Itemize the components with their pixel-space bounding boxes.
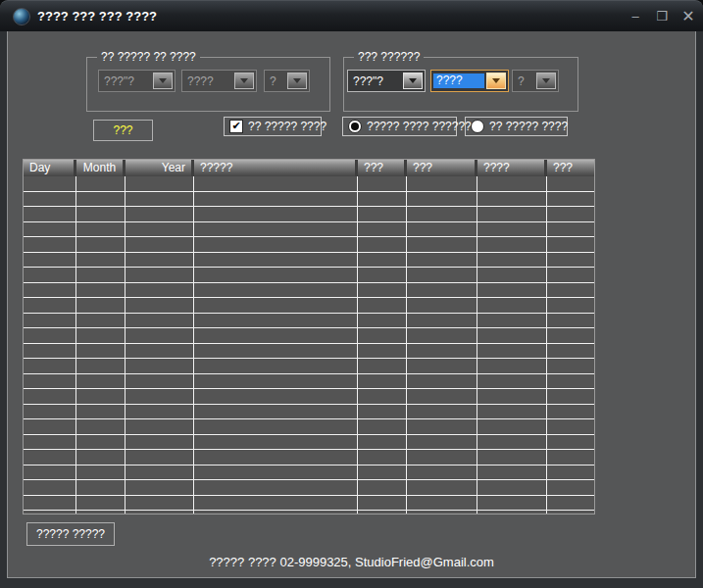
- table-row[interactable]: [24, 374, 594, 390]
- left-year-combobox[interactable]: ?: [264, 70, 310, 92]
- table-row[interactable]: [24, 283, 594, 299]
- window-title: ???? ??? ??? ????: [37, 1, 157, 32]
- minimize-button[interactable]: –: [624, 7, 647, 26]
- table-cell: [126, 207, 194, 221]
- table-cell: [126, 314, 194, 328]
- chevron-down-icon[interactable]: [287, 73, 307, 89]
- table-cell: [477, 419, 547, 434]
- table-row[interactable]: [24, 496, 594, 512]
- table-cell: [547, 389, 595, 404]
- table-cell: [477, 344, 547, 359]
- radio-selected-icon[interactable]: [348, 120, 362, 133]
- chevron-down-icon[interactable]: [536, 73, 556, 89]
- table-cell: [477, 283, 547, 298]
- table-row[interactable]: [24, 222, 594, 238]
- table-cell: [126, 480, 194, 495]
- table-cell: [126, 344, 194, 359]
- left-day-combobox[interactable]: ???"?: [98, 70, 176, 92]
- table-cell: [547, 466, 595, 480]
- table-row[interactable]: [24, 405, 594, 420]
- table-cell: [358, 344, 407, 359]
- table-cell: [358, 222, 407, 237]
- table-cell: [358, 237, 407, 252]
- maximize-button[interactable]: ❒: [650, 7, 674, 26]
- search-button[interactable]: ???: [93, 120, 153, 141]
- table-row[interactable]: [24, 389, 594, 405]
- table-cell: [24, 268, 76, 282]
- filter-checkbox[interactable]: ✔ ?? ????? ????: [224, 117, 322, 136]
- table-cell: [24, 359, 76, 373]
- table-cell: [477, 207, 547, 221]
- table-cell: [477, 253, 547, 268]
- radio-date-range[interactable]: ????? ???? ??????: [342, 117, 457, 136]
- table-cell: [194, 450, 358, 465]
- table-cell: [24, 344, 76, 359]
- right-month-combobox[interactable]: ????: [430, 70, 509, 92]
- chevron-down-icon[interactable]: [486, 73, 506, 89]
- radio-all[interactable]: ?? ????? ????: [465, 117, 568, 136]
- chevron-down-icon[interactable]: [234, 73, 254, 89]
- table-row[interactable]: [24, 237, 594, 253]
- table-row[interactable]: [24, 328, 594, 344]
- table-cell: [24, 328, 76, 343]
- column-header-3[interactable]: Year: [126, 160, 194, 176]
- table-cell: [547, 450, 595, 465]
- right-day-combobox[interactable]: ???"?: [347, 70, 426, 92]
- table-cell: [358, 176, 407, 191]
- checkbox-label: ?? ????? ????: [248, 120, 326, 133]
- column-header-4[interactable]: ?????: [194, 160, 358, 176]
- table-cell: [76, 359, 126, 373]
- column-header-6[interactable]: ???: [407, 160, 477, 176]
- column-header-5[interactable]: ???: [358, 160, 407, 176]
- table-cell: [126, 176, 194, 191]
- table-row[interactable]: [24, 466, 594, 481]
- table-row[interactable]: [24, 176, 594, 192]
- table-cell: [547, 359, 595, 373]
- table-row[interactable]: [24, 450, 594, 466]
- table-row[interactable]: [24, 511, 594, 514]
- column-header-1[interactable]: Day: [24, 160, 76, 176]
- table-row[interactable]: [24, 419, 594, 435]
- close-button[interactable]: ✕: [677, 7, 700, 26]
- table-cell: [547, 435, 595, 450]
- table-cell: [407, 405, 477, 419]
- table-row[interactable]: [24, 344, 594, 360]
- radio-unselected-icon[interactable]: [471, 120, 484, 133]
- table-cell: [194, 283, 358, 298]
- radio-label: ?? ????? ????: [489, 120, 568, 133]
- table-cell: [358, 511, 407, 514]
- table-row[interactable]: [24, 192, 594, 208]
- table-cell: [407, 450, 477, 465]
- table-row[interactable]: [24, 435, 594, 451]
- column-header-2[interactable]: Month: [76, 160, 126, 176]
- table-cell: [358, 192, 407, 207]
- left-month-combobox[interactable]: ????: [181, 70, 257, 92]
- table-cell: [477, 359, 547, 373]
- table-cell: [194, 268, 358, 282]
- table-row[interactable]: [24, 207, 594, 222]
- table-cell: [126, 192, 194, 207]
- table-row[interactable]: [24, 359, 594, 374]
- table-cell: [194, 359, 358, 373]
- bottom-action-button[interactable]: ????? ?????: [26, 522, 115, 546]
- table-cell: [407, 344, 477, 359]
- table-cell: [547, 283, 595, 298]
- checkbox-check-icon[interactable]: ✔: [229, 120, 243, 133]
- app-icon[interactable]: [13, 8, 30, 25]
- table-cell: [126, 511, 194, 514]
- column-header-7[interactable]: ????: [477, 160, 547, 176]
- table-row[interactable]: [24, 314, 594, 329]
- column-header-8[interactable]: ???: [547, 160, 595, 176]
- right-year-combobox[interactable]: ?: [512, 70, 559, 92]
- chevron-down-icon[interactable]: [153, 73, 173, 89]
- table-row[interactable]: [24, 298, 594, 314]
- table-row[interactable]: [24, 480, 594, 496]
- table-cell: [407, 298, 477, 313]
- table-row[interactable]: [24, 253, 594, 269]
- table-cell: [76, 511, 126, 514]
- table-cell: [547, 344, 595, 359]
- table-cell: [24, 237, 76, 252]
- chevron-down-icon[interactable]: [403, 73, 423, 89]
- table-row[interactable]: [24, 268, 594, 283]
- table-cell: [76, 176, 126, 191]
